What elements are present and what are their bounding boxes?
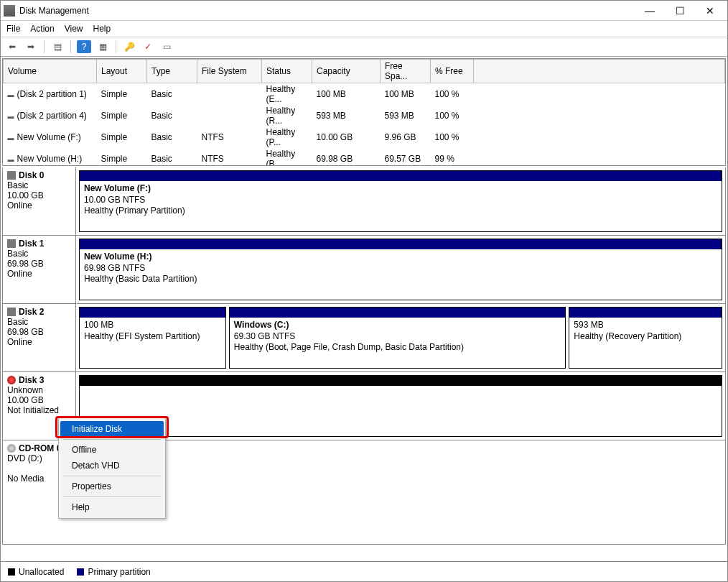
volume-cell: Healthy (P...: [262, 126, 312, 148]
menu-view[interactable]: View: [65, 24, 83, 34]
partition-header: [230, 308, 565, 318]
partition[interactable]: New Volume (F:)10.00 GB NTFSHealthy (Pri…: [79, 170, 722, 232]
legend: Unallocated Primary partition: [1, 561, 727, 581]
close-button[interactable]: ✕: [701, 5, 719, 17]
maximize-button[interactable]: ☐: [671, 5, 689, 17]
toolbar: ⬅ ➡ ▤ ? ▦ 🔑 ✓ ▭: [1, 37, 727, 57]
volume-row[interactable]: (Disk 2 partition 1)SimpleBasicHealthy (…: [4, 83, 725, 106]
partition[interactable]: 593 MBHealthy (Recovery Partition): [569, 307, 722, 369]
volume-cell: 9.96 GB: [381, 126, 431, 148]
column-header[interactable]: File System: [197, 60, 262, 83]
partition-header: [569, 308, 722, 318]
column-header[interactable]: Volume: [4, 60, 97, 83]
context-item-detach-vhd[interactable]: Detach VHD: [60, 458, 164, 474]
disk-subinfo: 69.98 GB: [7, 327, 71, 337]
disk-label[interactable]: Disk 1Basic69.98 GBOnline: [3, 236, 76, 303]
partition-status: Healthy (EFI System Partition): [84, 331, 221, 343]
partition-header: [80, 239, 722, 249]
menu-action[interactable]: Action: [30, 24, 54, 34]
disk-name: CD-ROM 0: [19, 443, 61, 453]
volume-cell: Simple: [97, 148, 147, 166]
volume-cell: (Disk 2 partition 4): [4, 105, 97, 126]
context-menu[interactable]: Initialize DiskOfflineDetach VHDProperti…: [58, 417, 166, 519]
volume-cell: 100 %: [431, 83, 474, 106]
back-icon[interactable]: ⬅: [5, 40, 19, 53]
disk-icon: [7, 308, 16, 316]
disk-icon: [7, 444, 16, 453]
disk-subinfo: Unknown: [7, 385, 71, 395]
context-divider: [63, 476, 161, 476]
disk-icon: [7, 171, 16, 180]
disk-subinfo: Basic: [7, 180, 71, 190]
volume-cell: Simple: [97, 105, 147, 126]
volume-cell: Basic: [147, 83, 197, 106]
disk-label[interactable]: Disk 2Basic69.98 GBOnline: [3, 304, 76, 371]
context-item-initialize-disk[interactable]: Initialize Disk: [60, 421, 164, 437]
disk-subinfo: Basic: [7, 317, 71, 327]
volume-cell: 593 MB: [312, 105, 381, 126]
volume-row[interactable]: New Volume (H:)SimpleBasicNTFSHealthy (B…: [4, 148, 725, 166]
partition[interactable]: New Volume (H:)69.98 GB NTFSHealthy (Bas…: [79, 239, 722, 300]
volume-cell: Healthy (E...: [262, 83, 312, 106]
disk-label[interactable]: Disk 0Basic10.00 GBOnline: [3, 167, 76, 235]
volume-cell: (Disk 2 partition 1): [4, 83, 97, 106]
partition[interactable]: 100 MBHealthy (EFI System Partition): [79, 307, 226, 369]
disk-name: Disk 0: [19, 170, 44, 180]
volume-table: VolumeLayoutTypeFile SystemStatusCapacit…: [3, 59, 725, 166]
legend-unallocated: Unallocated: [8, 567, 64, 577]
menu-help[interactable]: Help: [93, 24, 111, 34]
settings-icon[interactable]: ▭: [159, 40, 174, 53]
panel-icon[interactable]: ▤: [50, 40, 65, 53]
partition-title: New Volume (H:): [84, 251, 717, 263]
disk-row[interactable]: Disk 2Basic69.98 GBOnline100 MBHealthy (…: [3, 304, 725, 372]
context-divider: [63, 496, 161, 497]
partition-size: 69.30 GB NTFS: [234, 331, 561, 343]
volume-row[interactable]: New Volume (F:)SimpleBasicNTFSHealthy (P…: [4, 126, 725, 148]
disk-row[interactable]: Disk 0Basic10.00 GBOnlineNew Volume (F:)…: [3, 167, 725, 236]
volume-row[interactable]: (Disk 2 partition 4)SimpleBasicHealthy (…: [4, 105, 725, 126]
disk-subinfo: Online: [7, 200, 71, 211]
partition-status: Healthy (Boot, Page File, Crash Dump, Ba…: [234, 342, 561, 354]
volume-cell: NTFS: [197, 126, 262, 148]
forward-icon[interactable]: ➡: [24, 40, 38, 53]
minimize-button[interactable]: —: [641, 5, 658, 17]
volume-cell: 69.57 GB: [381, 148, 431, 166]
disk-row[interactable]: Disk 1Basic69.98 GBOnlineNew Volume (H:)…: [3, 236, 725, 304]
column-header[interactable]: Free Spa...: [381, 60, 431, 83]
partition[interactable]: Windows (C:)69.30 GB NTFSHealthy (Boot, …: [229, 307, 566, 369]
context-item-help[interactable]: Help: [60, 499, 164, 515]
partition-status: Healthy (Primary Partition): [84, 205, 717, 217]
volume-cell: 100 %: [431, 105, 474, 126]
volume-cell: Basic: [147, 126, 197, 148]
column-header[interactable]: Capacity: [312, 60, 381, 83]
partition[interactable]: [79, 375, 722, 437]
volume-cell: Basic: [147, 148, 197, 166]
volume-cell: [197, 83, 262, 106]
partition-header: [80, 376, 722, 386]
partition-title: New Volume (F:): [84, 183, 717, 195]
column-header[interactable]: Layout: [97, 60, 147, 83]
check-icon[interactable]: ✓: [141, 40, 155, 53]
volume-cell: New Volume (H:): [4, 148, 97, 166]
partition-size: 69.98 GB NTFS: [84, 263, 717, 274]
partition-status: Healthy (Basic Data Partition): [84, 274, 717, 285]
list-icon[interactable]: ▦: [95, 40, 110, 53]
partition-size: 593 MB: [574, 320, 717, 331]
help-icon[interactable]: ?: [77, 40, 91, 53]
volume-cell: 100 MB: [312, 83, 381, 106]
column-header[interactable]: Status: [262, 60, 312, 83]
volume-cell: [197, 105, 262, 126]
context-item-offline[interactable]: Offline: [60, 442, 164, 458]
column-header[interactable]: Type: [147, 60, 197, 83]
context-item-properties[interactable]: Properties: [60, 479, 164, 494]
partition-size: 100 MB: [84, 320, 221, 331]
partition-size: 10.00 GB NTFS: [84, 195, 717, 206]
column-header[interactable]: % Free: [431, 60, 474, 83]
menu-file[interactable]: File: [6, 24, 20, 34]
disk-name: Disk 3: [19, 375, 44, 385]
disk-subinfo: Online: [7, 337, 71, 347]
window-title: Disk Management: [19, 6, 641, 16]
partition-status: Healthy (Recovery Partition): [574, 331, 717, 343]
volume-cell: 100 %: [431, 126, 474, 148]
action-icon[interactable]: 🔑: [122, 40, 136, 53]
